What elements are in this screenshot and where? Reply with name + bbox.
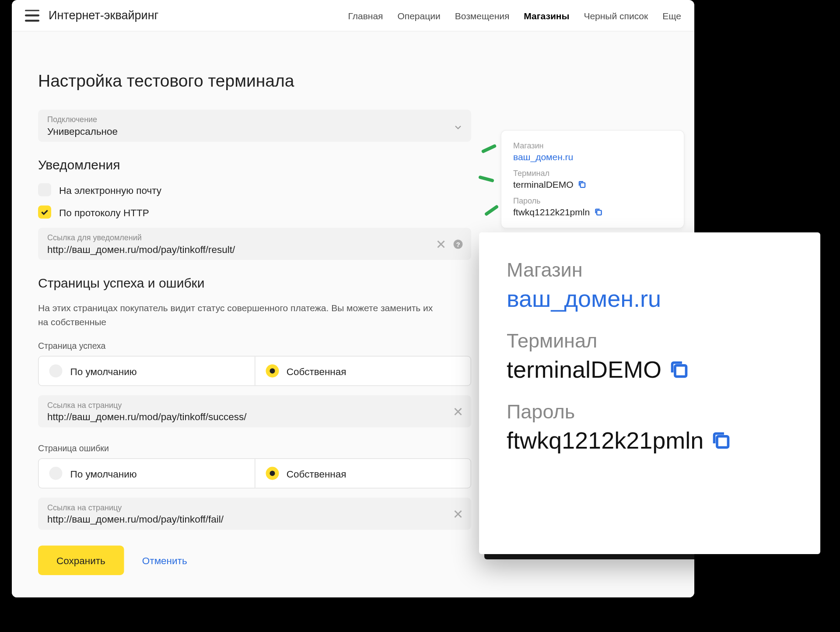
success-custom-option[interactable]: Собственная — [254, 357, 470, 386]
burst-line-icon — [481, 144, 497, 154]
clear-icon[interactable] — [436, 239, 446, 249]
success-url-value: http://ваш_домен.ru/mod/pay/tinkoff/succ… — [47, 411, 462, 422]
top-nav: Главная Операции Возмещения Магазины Чер… — [348, 10, 681, 21]
copy-icon[interactable] — [668, 358, 690, 381]
save-button[interactable]: Сохранить — [38, 546, 124, 576]
topbar: Интернет-эквайринг Главная Операции Возм… — [12, 0, 694, 32]
radio-checked-icon — [266, 365, 279, 378]
zoom-password-label: Пароль — [507, 400, 793, 423]
notify-url-value: http://ваш_домен.ru/mod/pay/tinkoff/resu… — [47, 244, 462, 255]
success-segmented: По умолчанию Собственная — [38, 356, 471, 386]
terminal-value-row: terminalDEMO — [513, 179, 672, 190]
error-url-input[interactable]: Ссылка на страницу http://ваш_домен.ru/m… — [38, 498, 471, 530]
cancel-button[interactable]: Отменить — [142, 555, 187, 566]
error-url-value: http://ваш_домен.ru/mod/pay/tinkoff/fail… — [47, 513, 462, 525]
help-icon[interactable]: ? — [453, 239, 463, 249]
copy-icon[interactable] — [710, 429, 732, 452]
copy-icon[interactable] — [594, 207, 603, 217]
action-buttons: Сохранить Отменить — [38, 546, 471, 576]
shop-link[interactable]: ваш_домен.ru — [513, 152, 672, 162]
zoom-shop-link[interactable]: ваш_домен.ru — [507, 285, 793, 312]
shop-label: Магазин — [513, 141, 672, 151]
svg-rect-3 — [597, 211, 602, 215]
notifications-heading: Уведомления — [38, 158, 471, 173]
clear-icon[interactable] — [453, 509, 463, 519]
error-custom-option[interactable]: Собственная — [254, 459, 470, 488]
nav-refunds[interactable]: Возмещения — [455, 10, 510, 28]
clear-icon[interactable] — [453, 406, 463, 417]
burst-line-icon — [478, 175, 494, 183]
app-title: Интернет-эквайринг — [49, 9, 158, 23]
pages-heading: Страницы успеха и ошибки — [38, 276, 471, 291]
zoom-terminal-label: Терминал — [507, 330, 793, 352]
notify-url-label: Ссылка для уведомлений — [47, 233, 462, 242]
success-url-label: Ссылка на страницу — [47, 400, 462, 410]
password-label: Пароль — [513, 197, 672, 206]
page-title: Настройка тестового терминала — [38, 71, 471, 91]
error-url-label: Ссылка на страницу — [47, 503, 462, 512]
password-value-row: ftwkq1212k21pmln — [513, 207, 672, 218]
chevron-down-icon — [454, 122, 462, 130]
pages-description: На этих страницах покупатель видит стату… — [38, 302, 438, 329]
form-column: Настройка тестового терминала Подключени… — [38, 71, 471, 578]
nav-more[interactable]: Еще — [662, 10, 681, 28]
radio-unchecked-icon — [49, 365, 63, 378]
zoom-terminal-row: terminalDEMO — [507, 356, 793, 383]
nav-main[interactable]: Главная — [348, 10, 383, 28]
terminal-value: terminalDEMO — [513, 179, 574, 190]
connection-value: Универсальное — [47, 126, 462, 137]
password-value: ftwkq1212k21pmln — [513, 207, 590, 218]
nav-shops[interactable]: Магазины — [524, 10, 569, 28]
http-checkbox-label: По протоколу HTTP — [59, 207, 149, 218]
error-default-option[interactable]: По умолчанию — [39, 459, 255, 488]
success-label: Страница успеха — [38, 341, 471, 351]
credentials-card-wrap: Магазин ваш_домен.ru Терминал terminalDE… — [501, 130, 685, 228]
menu-icon[interactable] — [25, 10, 39, 21]
nav-blacklist[interactable]: Черный список — [584, 10, 648, 28]
terminal-label: Терминал — [513, 169, 672, 178]
radio-checked-icon — [266, 467, 279, 480]
error-label: Страница ошибки — [38, 443, 471, 453]
success-custom-label: Собственная — [287, 365, 346, 377]
http-checkbox[interactable] — [38, 206, 51, 219]
error-segmented: По умолчанию Собственная — [38, 458, 471, 488]
email-checkbox[interactable] — [38, 183, 51, 197]
zoom-shop-label: Магазин — [507, 259, 793, 281]
notify-url-input[interactable]: Ссылка для уведомлений http://ваш_домен.… — [38, 228, 471, 260]
copy-icon[interactable] — [578, 180, 587, 189]
email-notify-row: На электронную почту — [38, 183, 471, 197]
credentials-zoom-overlay: Магазин ваш_домен.ru Терминал terminalDE… — [479, 232, 820, 554]
nav-operations[interactable]: Операции — [397, 10, 440, 28]
svg-rect-4 — [675, 365, 686, 377]
http-notify-row: По протоколу HTTP — [38, 206, 471, 219]
success-default-label: По умолчанию — [70, 365, 137, 377]
zoom-password-value: ftwkq1212k21pmln — [507, 427, 704, 454]
zoom-password-row: ftwkq1212k21pmln — [507, 427, 793, 454]
connection-label: Подключение — [47, 115, 462, 124]
svg-rect-2 — [580, 183, 585, 188]
success-url-input[interactable]: Ссылка на страницу http://ваш_домен.ru/m… — [38, 395, 471, 428]
burst-line-icon — [484, 204, 499, 216]
success-default-option[interactable]: По умолчанию — [39, 357, 255, 386]
email-checkbox-label: На электронную почту — [59, 184, 161, 196]
svg-rect-5 — [717, 436, 728, 448]
error-custom-label: Собственная — [287, 468, 346, 479]
svg-text:?: ? — [456, 240, 460, 248]
zoom-terminal-value: terminalDEMO — [507, 356, 662, 383]
connection-select[interactable]: Подключение Универсальное — [38, 110, 471, 142]
radio-unchecked-icon — [49, 467, 63, 480]
credentials-card: Магазин ваш_домен.ru Терминал terminalDE… — [501, 130, 685, 228]
error-default-label: По умолчанию — [70, 468, 137, 479]
